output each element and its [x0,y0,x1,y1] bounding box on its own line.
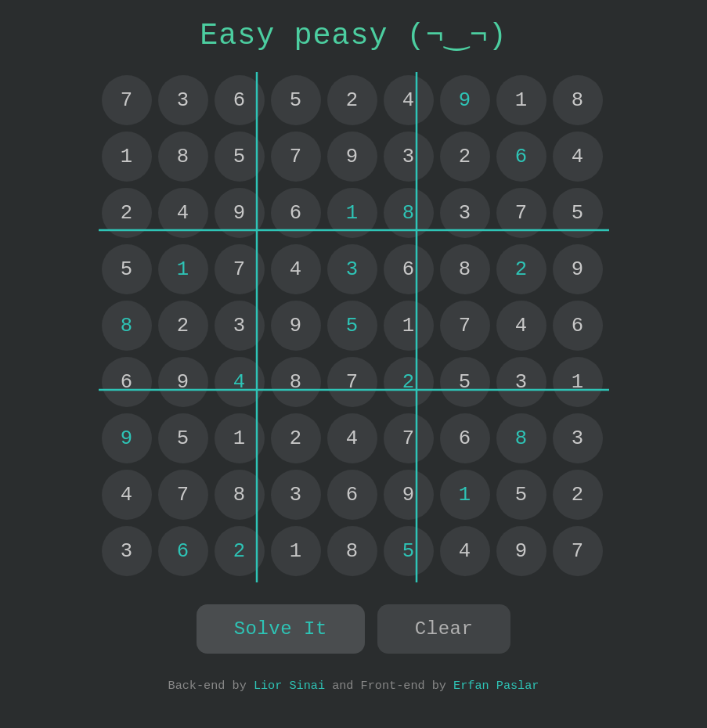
cell-0-1[interactable]: 3 [158,75,208,125]
cell-3-7[interactable]: 2 [496,244,546,294]
cell-3-6[interactable]: 8 [440,244,490,294]
cell-2-6[interactable]: 3 [440,188,490,238]
cell-8-7[interactable]: 9 [496,526,546,576]
footer-middle: and Front-end by [325,679,453,693]
cell-0-7[interactable]: 1 [496,75,546,125]
cell-8-1[interactable]: 6 [158,526,208,576]
cell-5-7[interactable]: 3 [496,357,546,407]
cell-6-3[interactable]: 2 [271,413,321,463]
cell-1-2[interactable]: 5 [215,132,265,182]
cell-1-4[interactable]: 9 [327,132,377,182]
cell-2-5[interactable]: 8 [384,188,434,238]
cell-2-1[interactable]: 4 [158,188,208,238]
cell-6-1[interactable]: 5 [158,413,208,463]
cell-2-0[interactable]: 2 [102,188,152,238]
cell-4-4[interactable]: 5 [327,301,377,351]
cell-0-6[interactable]: 9 [440,75,490,125]
cell-7-6[interactable]: 1 [440,470,490,520]
cell-8-4[interactable]: 8 [327,526,377,576]
cell-8-6[interactable]: 4 [440,526,490,576]
cell-7-2[interactable]: 8 [215,470,265,520]
cell-0-8[interactable]: 8 [553,75,603,125]
cell-5-5[interactable]: 2 [384,357,434,407]
cell-0-5[interactable]: 4 [384,75,434,125]
cell-2-8[interactable]: 5 [553,188,603,238]
cell-5-6[interactable]: 5 [440,357,490,407]
cell-1-5[interactable]: 3 [384,132,434,182]
cell-2-4[interactable]: 1 [327,188,377,238]
cell-1-3[interactable]: 7 [271,132,321,182]
cell-6-7[interactable]: 8 [496,413,546,463]
cell-5-0[interactable]: 6 [102,357,152,407]
cell-2-7[interactable]: 7 [496,188,546,238]
cell-8-5[interactable]: 5 [384,526,434,576]
cell-6-5[interactable]: 7 [384,413,434,463]
cell-6-2[interactable]: 1 [215,413,265,463]
cell-5-3[interactable]: 8 [271,357,321,407]
cell-6-8[interactable]: 3 [553,413,603,463]
cell-5-4[interactable]: 7 [327,357,377,407]
cell-3-1[interactable]: 1 [158,244,208,294]
cell-6-4[interactable]: 4 [327,413,377,463]
cell-8-3[interactable]: 1 [271,526,321,576]
solve-button[interactable]: Solve It [197,604,365,654]
cell-4-1[interactable]: 2 [158,301,208,351]
cell-5-1[interactable]: 9 [158,357,208,407]
cell-2-2[interactable]: 9 [215,188,265,238]
cell-3-3[interactable]: 4 [271,244,321,294]
cell-7-0[interactable]: 4 [102,470,152,520]
sudoku-grid: 7365249181857932642496183755174368298239… [99,72,609,582]
cell-7-8[interactable]: 2 [553,470,603,520]
cell-4-6[interactable]: 7 [440,301,490,351]
clear-button[interactable]: Clear [377,604,511,654]
cell-0-4[interactable]: 2 [327,75,377,125]
cell-4-5[interactable]: 1 [384,301,434,351]
cell-3-5[interactable]: 6 [384,244,434,294]
cell-7-7[interactable]: 5 [496,470,546,520]
cell-4-8[interactable]: 6 [553,301,603,351]
cell-6-0[interactable]: 9 [102,413,152,463]
cell-4-3[interactable]: 9 [271,301,321,351]
cell-3-0[interactable]: 5 [102,244,152,294]
cell-3-2[interactable]: 7 [215,244,265,294]
cell-0-3[interactable]: 5 [271,75,321,125]
cell-3-8[interactable]: 9 [553,244,603,294]
cell-7-4[interactable]: 6 [327,470,377,520]
cell-1-7[interactable]: 6 [496,132,546,182]
cell-0-0[interactable]: 7 [102,75,152,125]
footer-author2[interactable]: Erfan Paslar [453,679,539,693]
cell-1-6[interactable]: 2 [440,132,490,182]
cell-5-2[interactable]: 4 [215,357,265,407]
cell-0-2[interactable]: 6 [215,75,265,125]
footer: Back-end by Lior Sinai and Front-end by … [168,679,539,693]
cell-7-5[interactable]: 9 [384,470,434,520]
cell-1-1[interactable]: 8 [158,132,208,182]
cell-7-3[interactable]: 3 [271,470,321,520]
cell-2-3[interactable]: 6 [271,188,321,238]
cell-8-2[interactable]: 2 [215,526,265,576]
page-title: Easy peasy (¬‿¬) [200,16,507,53]
footer-prefix: Back-end by [168,679,254,693]
cell-1-8[interactable]: 4 [553,132,603,182]
cell-8-0[interactable]: 3 [102,526,152,576]
footer-author1[interactable]: Lior Sinai [254,679,325,693]
cell-8-8[interactable]: 7 [553,526,603,576]
cell-4-2[interactable]: 3 [215,301,265,351]
cell-1-0[interactable]: 1 [102,132,152,182]
cell-7-1[interactable]: 7 [158,470,208,520]
cell-4-7[interactable]: 4 [496,301,546,351]
cell-6-6[interactable]: 6 [440,413,490,463]
cell-3-4[interactable]: 3 [327,244,377,294]
cell-4-0[interactable]: 8 [102,301,152,351]
button-group: Solve It Clear [197,604,511,654]
cell-5-8[interactable]: 1 [553,357,603,407]
sudoku-container: 7365249181857932642496183755174368298239… [99,72,609,582]
